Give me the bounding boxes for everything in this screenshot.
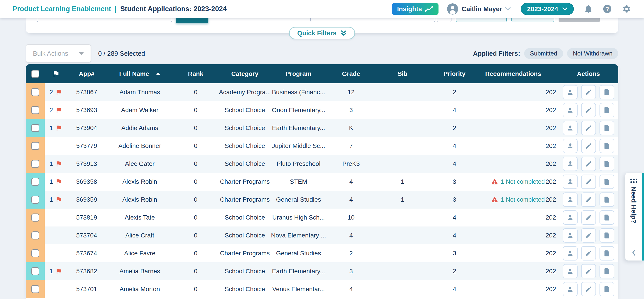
view-documents-button[interactable] [600, 264, 614, 278]
need-help-tab[interactable]: Need Help? [625, 173, 644, 260]
cutoff-filter-button[interactable] [456, 18, 507, 22]
student-profile-button[interactable] [563, 246, 578, 260]
column-header-category[interactable]: Category [218, 64, 272, 83]
student-profile-button[interactable] [563, 192, 578, 207]
cutoff-filter-button[interactable] [512, 18, 554, 22]
flag-cell-content[interactable]: 1 [50, 196, 62, 203]
quick-filters-button[interactable]: Quick Filters [289, 27, 355, 39]
row-checkbox[interactable] [31, 267, 39, 275]
user-chevron-down-icon[interactable] [505, 7, 511, 11]
student-profile-button[interactable] [563, 264, 578, 278]
notifications-bell-icon[interactable] [584, 4, 592, 14]
column-header-app[interactable]: App# [67, 64, 106, 83]
view-documents-button[interactable] [600, 103, 614, 117]
table-row[interactable]: 1 573913 Alec Gater 0 School Choice Plut… [26, 155, 618, 173]
student-profile-button[interactable] [563, 85, 578, 99]
table-row[interactable]: 1 369359 Alexis Robin 0 Charter Programs… [26, 191, 618, 209]
column-header-actions[interactable]: Actions [558, 64, 618, 83]
user-avatar-icon[interactable] [447, 3, 458, 15]
edit-application-button[interactable] [581, 264, 596, 278]
column-header-sib[interactable]: Sib [377, 64, 428, 83]
settings-gear-icon[interactable] [622, 5, 631, 14]
edit-application-button[interactable] [581, 85, 596, 99]
row-checkbox[interactable] [31, 178, 39, 186]
document-icon [603, 250, 610, 257]
student-profile-button[interactable] [563, 139, 578, 153]
edit-application-button[interactable] [581, 246, 596, 260]
view-documents-button[interactable] [600, 228, 614, 243]
flag-cell-content[interactable]: 1 [50, 160, 62, 167]
cutoff-input[interactable] [37, 18, 172, 22]
student-profile-button[interactable] [563, 157, 578, 171]
flag-cell-content[interactable]: 1 [50, 178, 62, 185]
edit-application-button[interactable] [581, 139, 596, 153]
flag-cell-content[interactable]: 1 [50, 268, 62, 275]
view-documents-button[interactable] [600, 282, 614, 296]
edit-application-button[interactable] [581, 210, 596, 225]
table-row[interactable]: 573819 Alexis Tate 0 School Choice Uranu… [26, 209, 618, 226]
table-row[interactable]: 573704 Alice Craft 0 School Choice Nova … [26, 226, 618, 244]
column-header-grade[interactable]: Grade [325, 64, 377, 83]
row-checkbox[interactable] [31, 106, 39, 114]
table-row[interactable]: 573674 Alice Favre 0 Charter Programs Ge… [26, 244, 618, 262]
table-row[interactable]: 573701 Amelia Morton 0 School Choice Ven… [26, 280, 618, 298]
user-name[interactable]: Caitlin Mayer [462, 5, 502, 13]
cutoff-search-button[interactable] [176, 18, 208, 23]
bulk-actions-dropdown[interactable]: Bulk Actions [26, 44, 91, 63]
edit-application-button[interactable] [581, 157, 596, 171]
row-checkbox[interactable] [31, 196, 39, 204]
student-profile-button[interactable] [563, 121, 578, 135]
student-profile-button[interactable] [563, 175, 578, 189]
view-documents-button[interactable] [600, 246, 614, 260]
view-documents-button[interactable] [600, 210, 614, 225]
edit-application-button[interactable] [581, 175, 596, 189]
column-header-priority[interactable]: Priority [428, 64, 481, 83]
row-checkbox[interactable] [31, 124, 39, 132]
column-header-full-name[interactable]: Full Name [106, 64, 173, 83]
edit-application-button[interactable] [581, 103, 596, 117]
select-all-checkbox[interactable] [31, 70, 39, 78]
dropdown-triangle-icon [79, 52, 84, 55]
student-profile-button[interactable] [563, 103, 578, 117]
cutoff-input[interactable] [310, 18, 435, 22]
row-checkbox[interactable] [31, 88, 39, 96]
table-row[interactable]: 573779 Adeline Bonner 0 School Choice Ju… [26, 137, 618, 155]
flag-cell-content[interactable]: 2 [50, 107, 62, 114]
edit-application-button[interactable] [581, 192, 596, 207]
view-documents-button[interactable] [600, 175, 614, 189]
collapse-chevron-left-icon[interactable] [632, 249, 636, 256]
flag-cell-content[interactable]: 1 [50, 124, 62, 132]
cutoff-field[interactable] [437, 18, 452, 22]
row-checkbox[interactable] [31, 285, 39, 293]
view-documents-button[interactable] [600, 157, 614, 171]
school-year-selector[interactable]: 2023-2024 [521, 3, 574, 15]
student-profile-button[interactable] [563, 282, 578, 296]
help-circle-icon[interactable]: ? [603, 5, 612, 14]
edit-application-button[interactable] [581, 121, 596, 135]
view-documents-button[interactable] [600, 121, 614, 135]
column-header-rank[interactable]: Rank [173, 64, 218, 83]
edit-application-button[interactable] [581, 228, 596, 243]
view-documents-button[interactable] [600, 85, 614, 99]
row-checkbox[interactable] [31, 249, 39, 257]
view-documents-button[interactable] [600, 139, 614, 153]
column-header-recommendations[interactable]: Recommendations [481, 64, 546, 83]
flag-column-header[interactable] [45, 64, 67, 83]
row-checkbox[interactable] [31, 160, 39, 168]
edit-application-button[interactable] [581, 282, 596, 296]
table-row[interactable]: 2 573693 Adam Walker 0 School Choice Ori… [26, 101, 618, 119]
student-profile-button[interactable] [563, 228, 578, 243]
table-row[interactable]: 2 573867 Adam Thomas 0 Academy Progra...… [26, 83, 618, 101]
row-checkbox[interactable] [31, 231, 39, 239]
row-checkbox[interactable] [31, 142, 39, 150]
column-header-program[interactable]: Program [272, 64, 325, 83]
insights-button[interactable]: Insights [392, 3, 438, 15]
flag-cell-content[interactable]: 2 [50, 89, 62, 96]
page-title: Student Applications: 2023-2024 [120, 5, 227, 13]
table-row[interactable]: 1 369358 Alexis Robin 0 Charter Programs… [26, 173, 618, 191]
row-checkbox[interactable] [31, 213, 39, 222]
view-documents-button[interactable] [600, 192, 614, 207]
table-row[interactable]: 1 573904 Addie Adams 0 School Choice Ear… [26, 119, 618, 137]
table-row[interactable]: 1 573682 Amelia Barnes 0 School Choice E… [26, 262, 618, 280]
student-profile-button[interactable] [563, 210, 578, 225]
